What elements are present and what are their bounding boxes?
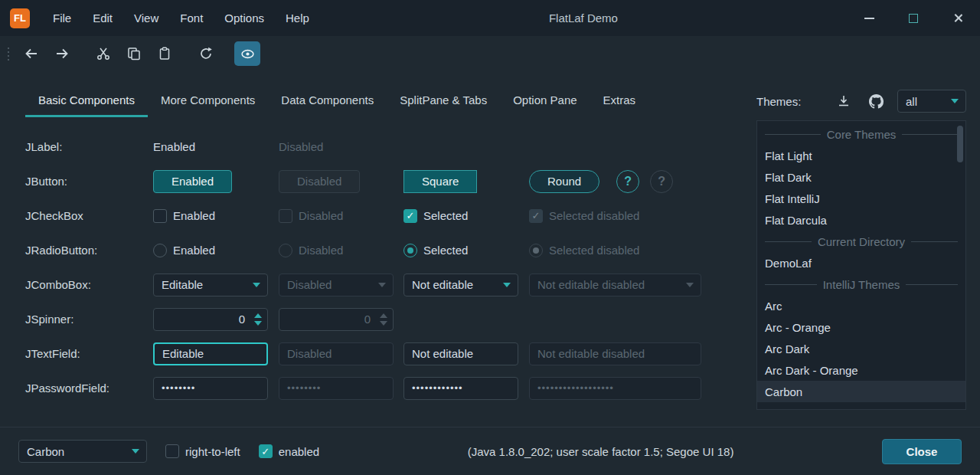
menu-file[interactable]: File	[42, 0, 82, 36]
tab-data-components[interactable]: Data Components	[268, 85, 387, 117]
close-window-button[interactable]	[936, 0, 980, 36]
radio-enabled-label: Enabled	[173, 244, 215, 257]
tab-option-pane[interactable]: Option Pane	[500, 85, 590, 117]
themes-filter-combobox[interactable]: all	[897, 90, 966, 113]
theme-item-arc-dark-orange[interactable]: Arc Dark - Orange	[757, 359, 965, 381]
refresh-button[interactable]	[193, 41, 219, 66]
theme-item-arc-orange[interactable]: Arc - Orange	[757, 316, 965, 338]
clipboard-icon	[158, 47, 172, 61]
spinner-down-button[interactable]	[254, 321, 262, 326]
checkbox-disabled	[279, 209, 292, 223]
chevron-down-icon	[378, 283, 386, 287]
minimize-button[interactable]	[847, 0, 891, 36]
checkbox-selected-disabled: ✓	[529, 209, 543, 223]
themes-scrollbar[interactable]	[957, 126, 963, 162]
right-to-left-label: right-to-left	[185, 445, 240, 458]
forward-button[interactable]	[49, 41, 75, 66]
radio-selected-disabled	[529, 244, 543, 257]
textfield-not-editable[interactable]: Not editable	[403, 342, 518, 365]
jbutton-enabled[interactable]: Enabled	[153, 170, 232, 193]
status-info: (Java 1.8.0_202; user scale factor 1.5; …	[338, 445, 864, 458]
textfield-not-editable-disabled: Not editable disabled	[529, 342, 701, 365]
radio-disabled-label: Disabled	[299, 244, 343, 257]
radio-selected[interactable]	[403, 244, 417, 257]
checkbox-selected[interactable]: ✓	[403, 209, 417, 223]
maximize-icon	[909, 14, 918, 23]
jlabel-row-label: JLabel:	[25, 140, 62, 153]
github-button[interactable]	[865, 90, 887, 112]
checkbox-selected-disabled-label: Selected disabled	[549, 209, 639, 222]
menu-edit[interactable]: Edit	[82, 0, 123, 36]
theme-item-arc[interactable]: Arc	[757, 295, 965, 316]
close-button[interactable]: Close	[882, 439, 962, 464]
theme-item-arc-dark[interactable]: Arc Dark	[757, 338, 965, 359]
passwordfield-not-editable-disabled: ••••••••••••••••••	[529, 377, 701, 400]
theme-combobox[interactable]: Carbon	[18, 440, 147, 463]
spinner-up-button-disabled	[380, 313, 387, 318]
themes-filter-value: all	[906, 95, 917, 108]
theme-item-carbon[interactable]: Carbon	[757, 381, 965, 402]
tab-basic-components[interactable]: Basic Components	[25, 85, 148, 117]
back-button[interactable]	[18, 41, 44, 66]
refresh-icon	[199, 47, 213, 61]
theme-group-label: Core Themes	[827, 128, 897, 141]
menu-help[interactable]: Help	[275, 0, 320, 36]
theme-item-demolaf[interactable]: DemoLaf	[757, 252, 965, 274]
theme-item-flat-intellij[interactable]: Flat IntelliJ	[757, 188, 965, 209]
tab-more-components[interactable]: More Components	[148, 85, 268, 117]
jbutton-row-label: JButton:	[25, 175, 67, 188]
statusbar: Carbon right-to-left ✓ enabled (Java 1.8…	[0, 427, 980, 475]
theme-item-flat-light[interactable]: Flat Light	[757, 145, 965, 166]
copy-icon	[127, 47, 141, 61]
checkbox-enabled-label: Enabled	[173, 209, 215, 222]
jcombobox-row-label: JComboBox:	[25, 278, 91, 291]
chevron-down-icon	[503, 283, 511, 287]
github-icon	[869, 94, 884, 109]
jbutton-round[interactable]: Round	[529, 170, 599, 193]
menu-options[interactable]: Options	[214, 0, 275, 36]
toolbar	[0, 36, 980, 71]
jbutton-square[interactable]: Square	[403, 170, 477, 193]
combobox-editable[interactable]: Editable	[153, 274, 268, 296]
themes-panel: Themes: all	[756, 71, 980, 427]
checkbox-disabled-label: Disabled	[299, 209, 343, 222]
theme-item-flat-dark[interactable]: Flat Dark	[757, 166, 965, 188]
theme-item-flat-darcula[interactable]: Flat Darcula	[757, 209, 965, 231]
jspinner-row-label: JSpinner:	[25, 313, 74, 326]
download-themes-button[interactable]	[833, 90, 854, 112]
tabstrip: Basic Components More Components Data Co…	[25, 85, 756, 117]
spinner-value[interactable]: 0	[154, 313, 252, 326]
spinner-up-button[interactable]	[254, 313, 262, 318]
cut-button[interactable]	[90, 41, 116, 66]
eye-toggle-button[interactable]	[234, 41, 260, 66]
theme-group-core: Core Themes	[757, 123, 965, 145]
tab-splitpane-tabs[interactable]: SplitPane & Tabs	[387, 85, 500, 117]
paste-button[interactable]	[152, 41, 178, 66]
window-title: FlatLaf Demo	[320, 11, 847, 25]
right-to-left-checkbox[interactable]	[165, 444, 179, 458]
copy-button[interactable]	[121, 41, 147, 66]
eye-icon	[240, 47, 255, 61]
menu-font[interactable]: Font	[169, 0, 214, 36]
chevron-down-icon	[132, 449, 139, 454]
help-button[interactable]: ?	[616, 170, 639, 193]
combobox-editable-value: Editable	[162, 278, 203, 291]
textfield-disabled: Disabled	[279, 342, 394, 365]
passwordfield-enabled[interactable]: ••••••••	[153, 377, 268, 400]
theme-group-current-directory: Current Directory	[757, 231, 965, 252]
radio-enabled[interactable]	[153, 244, 167, 257]
radio-disabled	[279, 244, 292, 257]
download-icon	[837, 94, 851, 108]
menu-view[interactable]: View	[123, 0, 169, 36]
checkbox-enabled[interactable]	[153, 209, 167, 223]
textfield-editable[interactable]: Editable	[153, 342, 268, 365]
spinner-enabled[interactable]: 0	[153, 308, 268, 331]
toolbar-grip[interactable]	[8, 48, 9, 61]
window-controls	[847, 0, 980, 36]
enabled-checkbox[interactable]: ✓	[259, 444, 273, 458]
passwordfield-not-editable[interactable]: ••••••••••••	[403, 377, 518, 400]
maximize-button[interactable]	[891, 0, 936, 36]
tab-extras[interactable]: Extras	[590, 85, 649, 117]
combobox-not-editable[interactable]: Not editable	[403, 274, 518, 296]
combobox-not-editable-value: Not editable	[412, 278, 473, 291]
